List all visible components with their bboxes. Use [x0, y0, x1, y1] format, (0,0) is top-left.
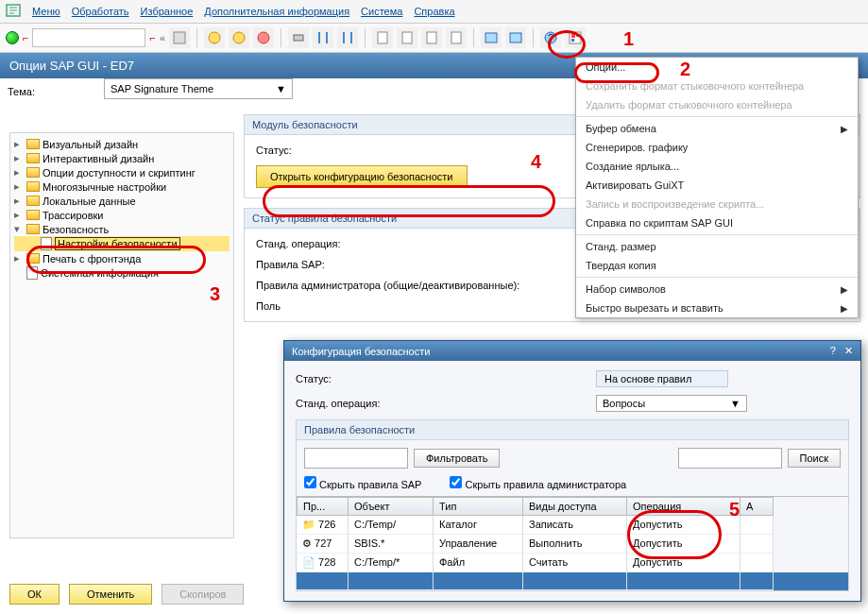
expand-icon[interactable]: ▸: [14, 195, 24, 207]
dlg-status-label: Статус:: [296, 373, 418, 384]
dialog-title: Конфигурация безопасности: [292, 346, 430, 357]
ctx-create-shortcut[interactable]: Создание ярлыка...: [576, 157, 858, 176]
prev-page-icon[interactable]: [397, 27, 417, 48]
search-button[interactable]: Поиск: [788, 449, 841, 468]
ctx-charset[interactable]: Набор символов▶: [576, 280, 858, 298]
nav-tree[interactable]: ▸Визуальный дизайн ▸Интерактивный дизайн…: [9, 132, 234, 538]
ctx-save-dock: Сохранить формат стыковочного контейнера: [576, 77, 858, 95]
ok-button[interactable]: ОК: [9, 584, 60, 605]
col-pr[interactable]: Пр...: [297, 497, 349, 516]
hide-sap-checkbox[interactable]: Скрыть правила SAP: [304, 476, 421, 490]
tree-item[interactable]: Опции доступности и скриптинг: [43, 167, 196, 179]
collapse-icon[interactable]: ▾: [14, 223, 24, 235]
col-object[interactable]: Объект: [349, 497, 434, 516]
tree-item[interactable]: Безопасность: [43, 224, 109, 235]
layout-icon[interactable]: [565, 27, 586, 48]
theme-select[interactable]: SAP Signature Theme▼: [104, 78, 293, 99]
copy-button[interactable]: Скопиров: [162, 584, 244, 605]
ctx-activate-guixt[interactable]: Активировать GuiXT: [576, 176, 858, 195]
tree-item[interactable]: Трассировки: [43, 210, 104, 221]
document-icon: [26, 266, 38, 280]
table-row-selected[interactable]: [297, 572, 848, 590]
shortcut-icon[interactable]: [505, 27, 526, 48]
svg-rect-9: [451, 32, 461, 43]
folder-icon: [26, 181, 40, 192]
cancel-button[interactable]: Отменить: [69, 584, 152, 605]
tree-item-security-settings[interactable]: Настройки безопасности: [55, 237, 180, 250]
tree-item[interactable]: Интерактивный дизайн: [43, 153, 154, 164]
search-input[interactable]: [678, 448, 782, 469]
col-a[interactable]: А: [740, 497, 774, 516]
filter-input[interactable]: [304, 448, 408, 469]
table-row[interactable]: 📁 726 C:/Temp/ Каталог Записать Допустит…: [297, 516, 848, 535]
context-menu: Опции... Сохранить формат стыковочного к…: [575, 57, 859, 318]
menu-item[interactable]: Обработать: [72, 6, 129, 17]
find-next-icon[interactable]: [337, 27, 358, 48]
menu-item[interactable]: Система: [361, 6, 402, 17]
hide-admin-checkbox[interactable]: Скрыть правила администратора: [450, 476, 626, 490]
rules-table[interactable]: Пр... Объект Тип Виды доступа Операция А…: [297, 496, 848, 590]
cancel-icon[interactable]: [253, 27, 274, 48]
ctx-clipboard[interactable]: Буфер обмена▶: [576, 119, 858, 138]
col-operation[interactable]: Операция: [627, 497, 740, 516]
submenu-arrow-icon: ▶: [841, 303, 848, 314]
menu-item[interactable]: Справка: [414, 6, 454, 17]
back-icon[interactable]: [204, 27, 225, 48]
security-config-dialog: Конфигурация безопасности ? ✕ Статус: На…: [283, 340, 861, 602]
svg-rect-8: [427, 32, 436, 43]
expand-icon[interactable]: ▸: [14, 180, 24, 193]
dlg-stdop-select[interactable]: Вопросы▼: [596, 395, 747, 412]
table-row[interactable]: 📄 728 C:/Temp/* Файл Считать Допустить: [297, 554, 848, 572]
expand-icon[interactable]: ▸: [14, 166, 24, 179]
folder-icon: [26, 196, 40, 206]
tree-item[interactable]: Печать с фронтэнда: [43, 253, 141, 264]
new-session-icon[interactable]: [481, 27, 502, 48]
close-icon[interactable]: ✕: [844, 345, 853, 356]
annotation-number: 3: [210, 283, 220, 305]
find-icon[interactable]: [313, 27, 333, 48]
col-access[interactable]: Виды доступа: [523, 497, 627, 516]
document-icon: [41, 237, 52, 250]
folder-icon: [26, 139, 40, 149]
tree-item[interactable]: Системная информация: [41, 267, 159, 279]
svg-rect-11: [510, 33, 521, 43]
exit-icon[interactable]: [229, 27, 249, 48]
expand-icon[interactable]: ▸: [14, 152, 24, 164]
svg-point-4: [258, 32, 269, 43]
next-page-icon[interactable]: [421, 27, 442, 48]
expand-icon[interactable]: ▸: [14, 209, 24, 221]
ctx-quick-cut[interactable]: Быстро вырезать и вставить▶: [576, 298, 858, 317]
command-input[interactable]: [32, 28, 145, 47]
rules-title: Правила безопасности: [297, 420, 848, 440]
ctx-hardcopy[interactable]: Твердая копия: [576, 256, 858, 275]
save-icon[interactable]: [169, 27, 190, 48]
ctx-del-dock: Удалить формат стыковочного контейнера: [576, 95, 858, 114]
folder-open-icon: [26, 224, 40, 234]
expand-icon[interactable]: ▸: [14, 138, 24, 150]
ctx-options[interactable]: Опции...: [576, 58, 858, 77]
last-page-icon[interactable]: [446, 27, 467, 48]
menu-item[interactable]: Дополнительная информация: [204, 6, 349, 17]
ctx-script-help[interactable]: Справка по скриптам SAP GUI: [576, 213, 858, 232]
col-type[interactable]: Тип: [434, 497, 523, 516]
filter-button[interactable]: Фильтровать: [414, 449, 500, 468]
table-row[interactable]: ⚙ 727 SBIS.* Управление Выполнить Допуст…: [297, 535, 848, 554]
menu-item[interactable]: Меню: [32, 6, 60, 17]
open-security-config-button[interactable]: Открыть конфигурацию безопасности: [256, 165, 468, 188]
folder-icon: [26, 253, 40, 264]
ctx-script-rec: Запись и воспроизведение скрипта...: [576, 195, 858, 213]
help-icon[interactable]: ?: [540, 27, 561, 48]
tree-item[interactable]: Визуальный дизайн: [43, 139, 138, 150]
menu-item[interactable]: Избранное: [141, 6, 194, 17]
svg-rect-1: [174, 32, 185, 43]
tree-item[interactable]: Локальные данные: [43, 196, 136, 207]
ctx-std-size[interactable]: Станд. размер: [576, 237, 858, 256]
svg-rect-7: [402, 32, 412, 43]
expand-icon[interactable]: ▸: [14, 252, 24, 264]
tree-item[interactable]: Многоязычные настройки: [43, 181, 166, 193]
first-page-icon[interactable]: [372, 27, 393, 48]
ctx-gen-graphic[interactable]: Сгенериров. графику: [576, 138, 858, 157]
help-icon[interactable]: ?: [830, 345, 836, 356]
menu-icon[interactable]: [6, 3, 21, 20]
print-icon[interactable]: [288, 27, 309, 48]
